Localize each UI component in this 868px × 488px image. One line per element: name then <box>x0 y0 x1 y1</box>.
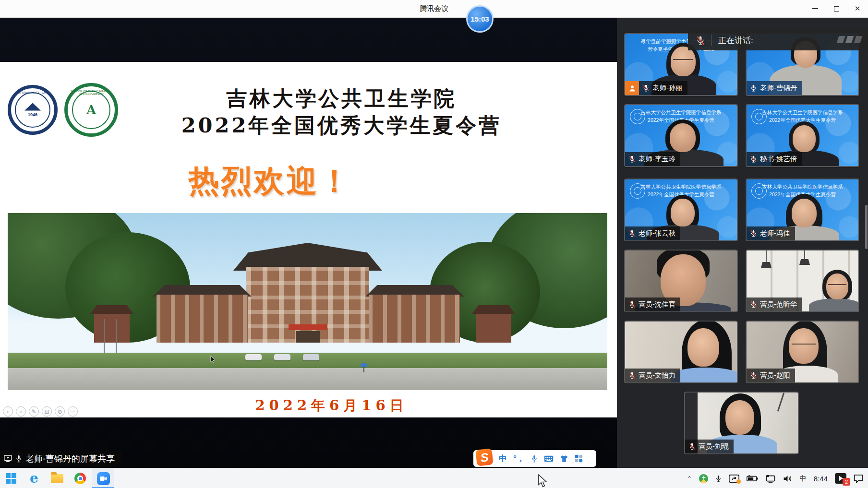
prev-icon[interactable]: ‹ <box>3 406 13 417</box>
participant-tile[interactable]: 营员-沈佳官 <box>624 250 738 312</box>
participant-name: 老师-曹锦丹 <box>760 83 797 93</box>
mic-muted-icon <box>750 229 757 238</box>
participant-name: 营员-赵阳 <box>760 371 790 380</box>
mic-muted-icon <box>750 155 757 163</box>
ime-voice-icon[interactable] <box>531 454 538 463</box>
flagpole <box>116 319 117 353</box>
mic-muted-icon <box>696 35 705 46</box>
building-wing <box>369 295 460 343</box>
meeting-window: 腾讯会议 ✕ 15:03 JILIN UNIVERSITY · CHINA 19… <box>0 0 868 488</box>
annotation-toolbar: ‹ › ✎ ⊞ ⊕ ⋯ <box>3 406 78 417</box>
participant-namebar: 老师-冯佳 <box>747 226 795 240</box>
mic-muted-icon <box>628 371 636 380</box>
tencent-meeting-icon <box>97 472 110 485</box>
close-button[interactable]: ✕ <box>847 0 868 17</box>
ime-punctuation-toggle[interactable]: °， <box>513 453 525 464</box>
tray-antivirus-icon[interactable] <box>699 474 708 483</box>
car <box>245 354 262 360</box>
action-center-icon[interactable] <box>854 474 863 483</box>
taskbar-tencent-meeting[interactable] <box>92 468 114 488</box>
building-wing <box>157 295 248 343</box>
taskbar-chrome[interactable] <box>69 468 91 488</box>
tray-screenshare-icon[interactable] <box>729 475 739 483</box>
windows-logo-icon <box>6 473 16 484</box>
taskbar-file-explorer[interactable] <box>46 468 68 488</box>
slide-title-line2: 2022年全国优秀大学生夏令营 <box>0 112 617 140</box>
maximize-button[interactable] <box>826 0 847 17</box>
tray-ime-indicator[interactable]: 中 <box>799 474 807 483</box>
participant-name: 秘书-姚艺倍 <box>760 155 797 164</box>
pen-icon[interactable]: ✎ <box>29 406 39 417</box>
participant-namebar: 老师-张云秋 <box>625 226 680 240</box>
tray-video-player-icon[interactable]: 2 <box>835 473 846 484</box>
titlebar: 腾讯会议 ✕ <box>0 0 868 18</box>
participant-namebar: 秘书-姚艺倍 <box>747 152 802 166</box>
meeting-timer[interactable]: 15:03 <box>466 5 494 33</box>
tray-clock[interactable]: 8:44 <box>814 475 828 483</box>
mic-muted-icon <box>642 84 650 92</box>
participant-tile[interactable]: 吉林大学公共卫生学院医学信息学系2022年全国优秀大学生夏令营 老师-李玉玲 <box>624 104 738 167</box>
participant-namebar: 营员-刘琨 <box>685 440 734 453</box>
participant-namebar: 营员-沈佳官 <box>625 298 680 311</box>
taskbar-edge[interactable]: e <box>23 468 45 488</box>
ime-language-toggle[interactable]: 中 <box>499 453 507 464</box>
minimize-button[interactable] <box>805 0 826 17</box>
tray-volume-icon[interactable] <box>783 475 792 483</box>
participant-name: 老师-李玉玲 <box>639 155 675 164</box>
ime-toolbox-icon[interactable] <box>575 454 583 463</box>
tray-battery-icon[interactable] <box>747 475 758 482</box>
tray-mic-icon[interactable] <box>715 474 722 483</box>
participant-namebar: 营员-文怡力 <box>625 369 680 382</box>
edge-icon: e <box>30 472 38 485</box>
panel-scrollbar[interactable] <box>865 205 868 249</box>
speaking-indicator-overlay: 正在讲话: <box>688 30 868 50</box>
participant-namebar: 营员-赵阳 <box>747 369 795 382</box>
ime-toolbar[interactable]: S 中 °， <box>473 450 596 467</box>
screen-share-icon <box>4 455 12 462</box>
participant-name: 营员-范昕华 <box>760 300 797 309</box>
participant-tile[interactable]: 营员-范昕华 <box>746 250 859 312</box>
participant-tile[interactable]: 营员-文怡力 <box>624 321 738 383</box>
campus-photo <box>8 213 607 390</box>
participant-namebar: 营员-范昕华 <box>747 298 802 311</box>
ime-keyboard-icon[interactable] <box>544 455 554 462</box>
gatehouse <box>476 313 511 343</box>
tray-network-icon[interactable] <box>765 475 776 483</box>
mic-muted-icon <box>628 155 636 163</box>
participant-namebar: 老师-李玉玲 <box>625 152 680 166</box>
welcome-text: 热烈欢迎！ <box>0 160 617 202</box>
meeting-watermark-icon <box>838 36 861 43</box>
chrome-icon <box>74 473 86 484</box>
zoom-icon[interactable]: ⊕ <box>55 406 65 417</box>
mouse-cursor <box>538 474 547 488</box>
participant-tile[interactable]: 吉林大学公共卫生学院医学信息学系2022年全国优秀大学生夏令营 老师-张云秋 <box>624 179 738 241</box>
car <box>303 354 319 360</box>
participant-tile[interactable]: 吉林大学公共卫生学院医学信息学系2022年全国优秀大学生夏令营 秘书-姚艺倍 <box>746 104 859 167</box>
sogou-logo-icon[interactable]: S <box>475 448 493 466</box>
next-icon[interactable]: › <box>16 406 26 417</box>
stamp-icon[interactable]: ⊞ <box>42 406 52 417</box>
gatehouse <box>94 313 130 343</box>
participant-name: 营员-沈佳官 <box>639 300 675 309</box>
building-banner <box>289 324 327 330</box>
car <box>274 354 290 360</box>
more-icon[interactable]: ⋯ <box>68 406 78 417</box>
start-button[interactable] <box>0 468 22 488</box>
mic-on-icon <box>750 84 757 92</box>
mic-muted-icon <box>628 300 636 309</box>
participant-tile[interactable]: 营员-赵阳 <box>746 321 859 383</box>
screen-share-label: 老师-曹锦丹的屏幕共享 <box>25 453 115 464</box>
system-tray: ⌃ 中 8:44 2 <box>687 468 868 488</box>
participant-tile[interactable]: 营员-刘琨 <box>684 392 799 454</box>
participant-name: 营员-刘琨 <box>699 442 729 451</box>
slide-title-line1: 吉林大学公共卫生学院 <box>0 85 617 113</box>
participant-tile[interactable]: 吉林大学公共卫生学院医学信息学系2022年全国优秀大学生夏令营 老师-冯佳 <box>746 179 859 241</box>
shared-screen-area: JILIN UNIVERSITY · CHINA 1946 SCHOOL OF … <box>0 18 617 468</box>
folder-icon <box>51 474 63 483</box>
participant-name: 老师-冯佳 <box>760 229 790 238</box>
meeting-timer-value: 15:03 <box>470 15 489 23</box>
notification-badge: 2 <box>843 478 850 486</box>
tray-chevron-icon[interactable]: ⌃ <box>687 475 692 482</box>
screen-share-banner: 老师-曹锦丹的屏幕共享 <box>0 451 121 466</box>
ime-skin-icon[interactable] <box>560 455 568 463</box>
